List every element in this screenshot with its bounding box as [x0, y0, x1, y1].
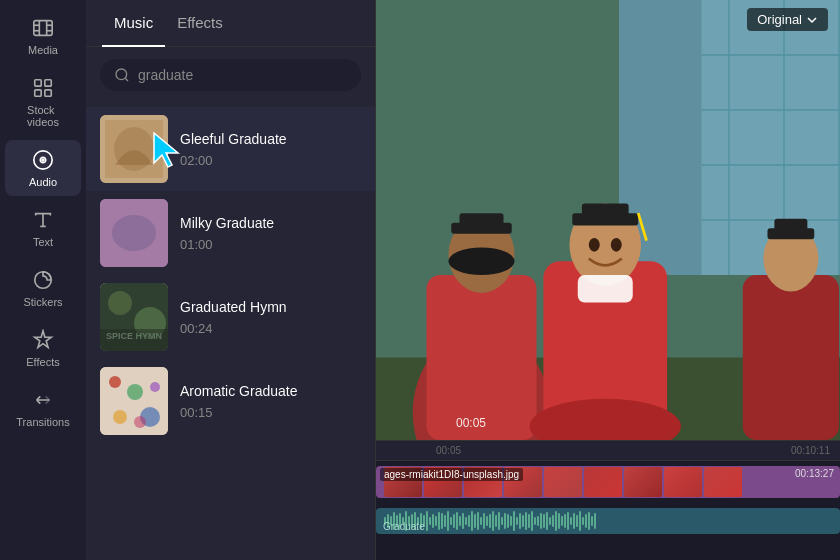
svg-rect-10 [45, 90, 51, 96]
video-duration: 00:13:27 [795, 468, 834, 479]
video-topbar: Original [376, 0, 840, 39]
svg-rect-51 [460, 213, 504, 227]
sidebar-label-media: Media [28, 44, 58, 56]
video-track: ages-rmiakit1DI8-unsplash.jpg 00:13:27 [376, 461, 840, 503]
svg-marker-19 [154, 133, 178, 167]
svg-point-13 [42, 159, 44, 161]
svg-point-52 [449, 248, 515, 276]
track-thumbnail [100, 199, 168, 267]
track-name: Gleeful Graduate [180, 131, 361, 147]
svg-rect-7 [35, 80, 41, 86]
search-input[interactable]: graduate [138, 67, 347, 83]
track-duration: 02:00 [180, 153, 361, 168]
sticker-icon [31, 268, 55, 292]
main-area: Original 00:05 00:05 00:10:11 [376, 0, 840, 560]
svg-rect-28 [100, 367, 168, 435]
ruler-mark-5: 00:05 [436, 445, 461, 456]
svg-rect-9 [35, 90, 41, 96]
sidebar-label-stickers: Stickers [23, 296, 62, 308]
svg-rect-61 [743, 275, 839, 440]
svg-point-24 [108, 291, 132, 315]
sidebar-label-stock: Stockvideos [27, 104, 59, 128]
svg-point-56 [589, 238, 600, 252]
track-duration: 00:24 [180, 321, 361, 336]
transition-icon [31, 388, 55, 412]
track-item[interactable]: SPICE HYMN Graduated Hymn 00:24 [86, 275, 375, 359]
film-icon [31, 16, 55, 40]
audio-panel: Music Effects graduate [86, 0, 376, 560]
time-marker-5: 00:05 [456, 416, 486, 430]
track-duration: 01:00 [180, 237, 361, 252]
sparkle-icon [31, 328, 55, 352]
sidebar-item-audio[interactable]: Audio [5, 140, 81, 196]
track-info: Milky Graduate 01:00 [180, 215, 361, 252]
original-button[interactable]: Original [747, 8, 828, 31]
svg-rect-27 [100, 329, 168, 351]
sidebar-item-effects[interactable]: Effects [5, 320, 81, 376]
ruler-mark-end: 00:10:11 [791, 445, 830, 456]
track-name: Aromatic Graduate [180, 383, 361, 399]
track-item[interactable]: Aromatic Graduate 00:15 [86, 359, 375, 443]
svg-point-34 [134, 416, 146, 428]
svg-point-32 [113, 410, 127, 424]
video-scene [376, 0, 840, 440]
cursor-arrow [150, 129, 186, 173]
track-duration: 00:15 [180, 405, 361, 420]
audio-label: Graduate [380, 520, 428, 533]
text-icon [31, 208, 55, 232]
track-info: Gleeful Graduate 02:00 [180, 131, 361, 168]
panel-tabs: Music Effects [86, 0, 375, 47]
sidebar-label-effects: Effects [26, 356, 59, 368]
video-filename: ages-rmiakit1DI8-unsplash.jpg [380, 468, 523, 481]
chevron-down-icon [806, 14, 818, 26]
sidebar-label-text: Text [33, 236, 53, 248]
track-name: Milky Graduate [180, 215, 361, 231]
tab-effects[interactable]: Effects [165, 0, 235, 47]
audio-clip[interactable]: // Generate waveform bars inline [376, 508, 840, 534]
sidebar-item-media[interactable]: Media [5, 8, 81, 64]
tab-music[interactable]: Music [102, 0, 165, 47]
sidebar-label-audio: Audio [29, 176, 57, 188]
svg-rect-64 [774, 219, 807, 231]
track-info: Aromatic Graduate 00:15 [180, 383, 361, 420]
sidebar-item-stock-videos[interactable]: Stockvideos [5, 68, 81, 136]
music-note-icon [31, 148, 55, 172]
waveform: // Generate waveform bars inline [384, 511, 832, 531]
svg-point-15 [116, 69, 127, 80]
track-list: Gleeful Graduate 02:00 Milky Graduate 01… [86, 103, 375, 560]
sidebar-item-transitions[interactable]: Transitions [5, 380, 81, 436]
timeline: 00:05 00:10:11 [376, 440, 840, 560]
svg-point-33 [150, 382, 160, 392]
track-info: Graduated Hymn 00:24 [180, 299, 361, 336]
audio-track: // Generate waveform bars inline [376, 503, 840, 539]
timeline-tracks: ages-rmiakit1DI8-unsplash.jpg 00:13:27 /… [376, 461, 840, 560]
track-thumbnail: SPICE HYMN [100, 283, 168, 351]
svg-point-30 [127, 384, 143, 400]
search-icon [114, 67, 130, 83]
sidebar-label-transitions: Transitions [16, 416, 69, 428]
svg-rect-0 [34, 21, 52, 36]
svg-point-29 [109, 376, 121, 388]
sidebar-item-stickers[interactable]: Stickers [5, 260, 81, 316]
svg-point-22 [112, 215, 156, 251]
track-thumbnail [100, 367, 168, 435]
svg-rect-8 [45, 80, 51, 86]
track-item[interactable]: Gleeful Graduate 02:00 [86, 107, 375, 191]
svg-rect-59 [582, 204, 629, 218]
sidebar-item-text[interactable]: Text [5, 200, 81, 256]
timeline-ruler: 00:05 00:10:11 [376, 441, 840, 461]
video-preview: Original 00:05 [376, 0, 840, 440]
track-name: Graduated Hymn [180, 299, 361, 315]
svg-point-57 [611, 238, 622, 252]
video-clip[interactable]: ages-rmiakit1DI8-unsplash.jpg 00:13:27 [376, 466, 840, 498]
track-item[interactable]: Milky Graduate 01:00 [86, 191, 375, 275]
svg-rect-65 [578, 275, 633, 303]
grid-icon [31, 76, 55, 100]
sidebar: Media Stockvideos Audio [0, 0, 86, 560]
search-bar: graduate [100, 59, 361, 91]
